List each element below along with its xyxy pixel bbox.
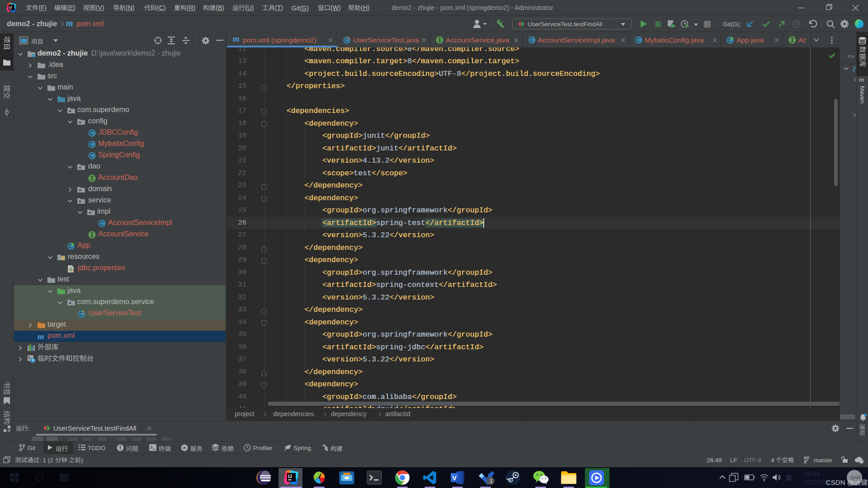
svg-text:IJ: IJ: [9, 5, 12, 9]
svg-text:V: V: [453, 474, 457, 482]
svg-text:IJ: IJ: [288, 474, 292, 479]
svg-text:1: 1: [489, 478, 493, 484]
